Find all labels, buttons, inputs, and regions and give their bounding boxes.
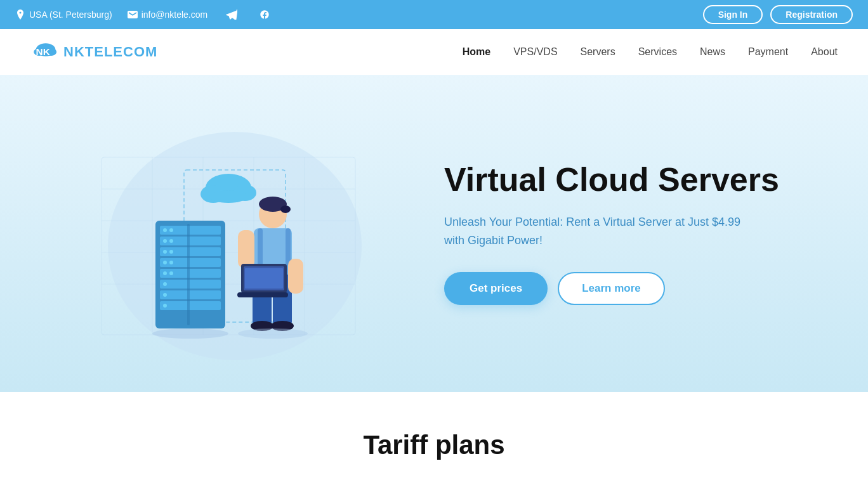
hero-section: Virtual Cloud Servers Unleash Your Poten… [0,75,868,392]
svg-rect-57 [245,268,283,289]
nav-home[interactable]: Home [463,46,490,58]
registration-button[interactable]: Registration [770,5,853,24]
svg-point-42 [209,190,247,203]
svg-rect-58 [288,259,303,294]
nav-news[interactable]: News [700,46,725,58]
svg-point-36 [163,304,167,308]
topbar: USA (St. Petersburg) info@nktele.com [0,0,868,29]
nav-payment[interactable]: Payment [748,46,788,58]
svg-rect-56 [237,292,288,297]
location-text: USA (St. Petersburg) [29,10,112,20]
learn-more-button[interactable]: Learn more [558,272,665,305]
svg-point-38 [152,328,228,339]
email-icon [128,10,138,20]
svg-point-4 [108,132,362,360]
logo-icon: NK [30,40,61,64]
location-icon [15,10,25,20]
email-item: info@nktele.com [128,10,207,20]
nav-servers[interactable]: Servers [581,46,615,58]
svg-rect-20 [160,269,221,278]
logo-text: NKTELECOM [63,44,157,60]
signin-button[interactable]: Sign In [703,5,763,24]
logo[interactable]: NK NKTELECOM [30,40,157,64]
svg-rect-21 [160,280,221,289]
topbar-right: Sign In Registration [703,5,853,24]
svg-point-29 [169,250,173,254]
hero-subtitle: Unleash Your Potential: Rent a Virtual S… [444,213,749,250]
header: NK NKTELECOM Home VPS/VDS Servers Servic… [0,29,868,75]
hero-content: Virtual Cloud Servers Unleash Your Poten… [406,162,817,306]
facebook-item[interactable] [256,6,273,23]
svg-point-25 [169,228,173,232]
main-nav: Home VPS/VDS Servers Services News Payme… [463,46,838,58]
hero-title: Virtual Cloud Servers [444,162,817,198]
svg-point-59 [238,328,308,339]
tariff-section: Tariff plans [0,392,868,486]
svg-text:NK: NK [36,46,50,57]
svg-point-30 [163,261,167,264]
svg-point-45 [280,205,291,213]
svg-point-32 [163,271,167,275]
svg-point-28 [163,250,167,254]
hero-illustration [51,107,406,360]
svg-rect-53 [238,230,254,268]
svg-rect-23 [160,301,221,310]
telegram-item[interactable] [223,6,240,23]
svg-rect-17 [160,237,221,245]
svg-point-26 [163,239,167,243]
svg-rect-18 [160,247,221,256]
nav-vpsvds[interactable]: VPS/VDS [513,46,557,58]
location-item: USA (St. Petersburg) [15,10,112,20]
svg-rect-37 [187,224,190,325]
svg-point-24 [163,228,167,232]
topbar-left: USA (St. Petersburg) info@nktele.com [15,6,273,23]
svg-point-31 [169,261,173,264]
svg-rect-19 [160,258,221,267]
svg-point-35 [163,293,167,297]
hero-svg [51,107,406,360]
svg-rect-22 [160,290,221,299]
hero-buttons: Get prices Learn more [444,272,817,305]
email-text: info@nktele.com [141,10,207,20]
facebook-icon [256,6,273,23]
nav-services[interactable]: Services [638,46,677,58]
tariff-title: Tariff plans [51,430,817,460]
telegram-icon [223,6,240,23]
svg-point-33 [169,271,173,275]
get-prices-button[interactable]: Get prices [444,272,548,305]
nav-about[interactable]: About [811,46,838,58]
svg-point-34 [163,282,167,286]
svg-point-27 [169,239,173,243]
svg-rect-16 [160,226,221,235]
